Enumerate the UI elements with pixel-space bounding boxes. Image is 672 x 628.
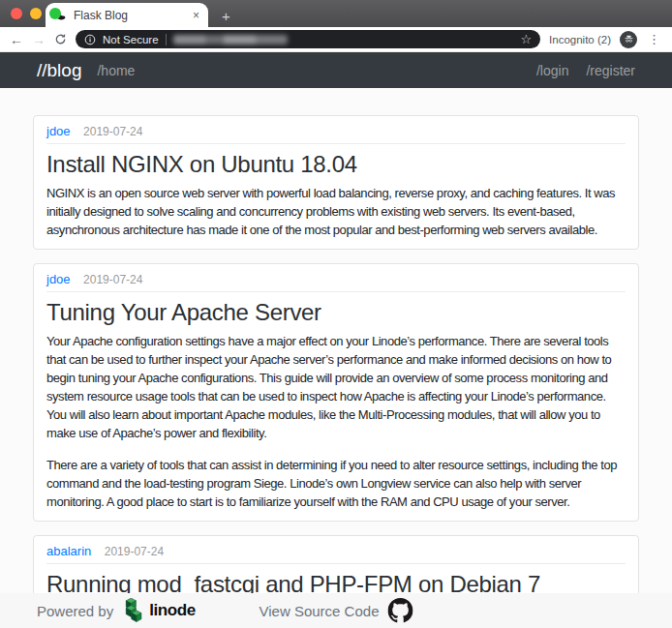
linode-link[interactable]: linode (120, 598, 196, 624)
post-date: 2019-07-24 (83, 273, 142, 286)
linode-cubes-icon (120, 598, 144, 624)
not-secure-label: Not Secure (103, 34, 159, 45)
post-meta: jdoe 2019-07-24 (46, 124, 626, 138)
navbar-right: /login /register (536, 63, 635, 78)
browser-tab-strip: Flask Blog × + (0, 0, 672, 27)
post-author-link[interactable]: abalarin (46, 544, 91, 558)
github-icon (387, 598, 412, 623)
post-divider (46, 291, 626, 292)
browser-toolbar: ← → Not Secure ☆ Incognito (2) ⋮ (0, 27, 672, 52)
tab-title: Flask Blog (74, 9, 186, 22)
window-minimize-button[interactable] (30, 8, 42, 19)
window-close-button[interactable] (11, 8, 22, 19)
post-paragraph: NGINX is an open source web server with … (46, 184, 626, 239)
post-paragraph: There are a variety of tools that can as… (46, 456, 626, 511)
window-zoom-button[interactable] (49, 8, 61, 19)
linode-wordmark: linode (149, 601, 196, 620)
address-separator (166, 34, 167, 45)
reload-icon[interactable] (54, 33, 67, 45)
nav-login-link[interactable]: /login (536, 63, 568, 78)
view-source-label: View Source Code (260, 603, 380, 619)
nav-register-link[interactable]: /register (586, 63, 635, 78)
address-bar[interactable]: Not Secure ☆ (76, 30, 540, 48)
post-meta: abalarin 2019-07-24 (46, 544, 626, 558)
bookmark-star-icon[interactable]: ☆ (520, 33, 532, 45)
post-title[interactable]: Tuning Your Apache Server (46, 299, 626, 326)
back-icon[interactable]: ← (10, 33, 23, 46)
post-author-link[interactable]: jdoe (46, 272, 71, 286)
post-date: 2019-07-24 (105, 545, 164, 558)
nav-home-link[interactable]: /home (97, 63, 135, 78)
post-paragraph: Your Apache configuration settings have … (46, 332, 626, 442)
post-card: jdoe 2019-07-24 Install NGINX on Ubuntu … (33, 115, 639, 250)
powered-by: Powered by (37, 593, 196, 628)
incognito-avatar-icon[interactable] (620, 31, 637, 48)
view-source-link[interactable]: View Source Code (260, 593, 413, 628)
browser-tab[interactable]: Flask Blog × (46, 3, 208, 27)
post-card: jdoe 2019-07-24 Tuning Your Apache Serve… (33, 263, 639, 522)
post-divider (46, 563, 626, 564)
page-footer: Powered by (0, 593, 672, 628)
browser-menu-icon[interactable]: ⋮ (646, 33, 662, 45)
post-date: 2019-07-24 (83, 125, 142, 138)
site-navbar: //blog /home /login /register (0, 52, 672, 88)
window-controls (11, 8, 61, 19)
powered-by-label: Powered by (37, 603, 113, 619)
new-tab-button[interactable]: + (222, 9, 230, 23)
post-divider (46, 143, 626, 144)
brand-link[interactable]: //blog (37, 60, 81, 81)
redacted-url (173, 35, 288, 45)
info-circle-icon[interactable] (84, 34, 96, 45)
forward-icon: → (32, 33, 46, 46)
incognito-count-label: Incognito (2) (549, 34, 611, 45)
post-author-link[interactable]: jdoe (46, 124, 71, 138)
tab-close-icon[interactable]: × (193, 9, 199, 22)
post-meta: jdoe 2019-07-24 (46, 272, 626, 286)
post-list: jdoe 2019-07-24 Install NGINX on Ubuntu … (0, 88, 672, 628)
post-title[interactable]: Install NGINX on Ubuntu 18.04 (46, 151, 626, 178)
